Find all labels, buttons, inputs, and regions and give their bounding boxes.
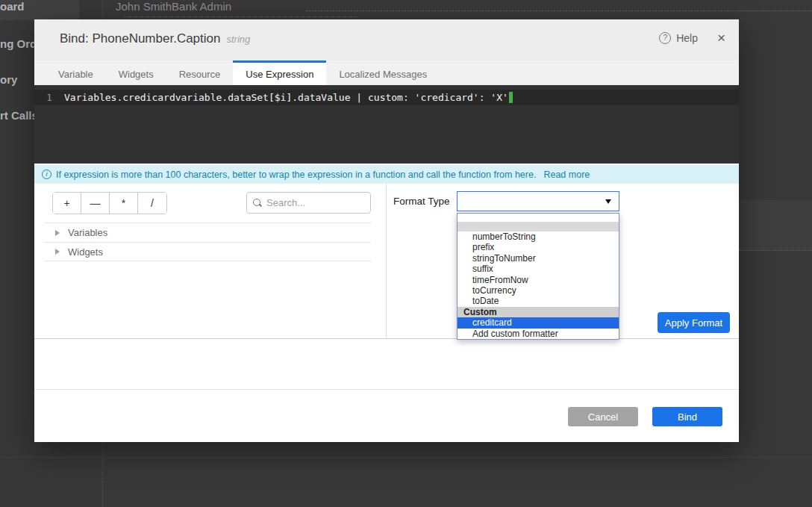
info-banner-text: If expression is more than 100 character… xyxy=(56,169,536,180)
caret-right-icon xyxy=(55,230,60,236)
editor-code-text: Variables.credicardvariable.dataSet[$i].… xyxy=(64,92,508,103)
search-box xyxy=(246,192,371,214)
caret-right-icon xyxy=(55,249,60,255)
format-option-prefix[interactable]: prefix xyxy=(457,242,619,252)
format-option-todate[interactable]: toDate xyxy=(457,296,619,306)
search-input[interactable] xyxy=(266,197,364,208)
tab-use-expression[interactable]: Use Expression xyxy=(233,60,326,85)
help-icon: ? xyxy=(659,32,671,44)
format-option-numbertostring[interactable]: numberToString xyxy=(457,231,619,242)
cancel-button[interactable]: Cancel xyxy=(568,407,638,426)
tab-resource[interactable]: Resource xyxy=(166,60,234,85)
dialog-type-hint: string xyxy=(226,34,250,45)
background-dotted-line xyxy=(306,10,812,11)
dialog-header: Bind: PhoneNumber.Captionstring ? Help × xyxy=(34,19,739,60)
dialog-tabs: Variable Widgets Resource Use Expression… xyxy=(34,60,739,85)
background-panel-band xyxy=(739,200,812,251)
tree-item-variables[interactable]: Variables xyxy=(45,223,371,242)
bind-button[interactable]: Bind xyxy=(652,407,722,426)
help-button[interactable]: ? Help xyxy=(659,32,698,44)
dialog-title-text: Bind: PhoneNumber.Caption xyxy=(60,31,220,46)
bind-dialog: Bind: PhoneNumber.Captionstring ? Help ×… xyxy=(34,19,739,442)
format-type-select[interactable] xyxy=(457,191,619,211)
format-group-custom: Custom xyxy=(457,307,619,317)
background-user-label: John SmithBank Admin xyxy=(116,0,231,13)
dialog-title: Bind: PhoneNumber.Captionstring xyxy=(60,31,250,46)
format-type-dropdown-list: numberToString prefix stringToNumber suf… xyxy=(457,213,619,340)
format-option-creditcard[interactable]: creditcard xyxy=(457,317,619,328)
background-dotted-line xyxy=(125,16,357,17)
format-option-blank-hover[interactable] xyxy=(457,222,619,231)
read-more-link[interactable]: Read more xyxy=(543,169,590,180)
background-divider xyxy=(0,457,812,458)
editor-active-line: 1 Variables.credicardvariable.dataSet[$i… xyxy=(34,90,739,105)
plus-operator-button[interactable]: + xyxy=(53,193,81,214)
format-option-tocurrency[interactable]: toCurrency xyxy=(457,285,619,296)
tab-widgets[interactable]: Widgets xyxy=(106,60,166,85)
editor-cursor xyxy=(509,92,513,103)
expression-editor[interactable]: 1 Variables.credicardvariable.dataSet[$i… xyxy=(34,85,739,164)
sidebar-item-dashboard: oard xyxy=(0,0,25,13)
format-option-suffix[interactable]: suffix xyxy=(457,264,619,274)
panel-divider-horizontal xyxy=(34,338,739,339)
screen: oard ng Order ory rt Calls John SmithBan… xyxy=(0,0,812,507)
multiply-operator-button[interactable]: * xyxy=(110,193,138,214)
sidebar-item-history: ory xyxy=(0,73,17,86)
apply-format-button[interactable]: Apply Format xyxy=(658,312,730,333)
panel-divider-vertical xyxy=(386,184,387,338)
minus-operator-button[interactable]: — xyxy=(81,193,110,214)
format-type-label: Format Type xyxy=(393,196,450,207)
format-option-add-custom-formatter[interactable]: Add custom formatter xyxy=(457,329,619,339)
chevron-down-icon xyxy=(605,199,611,204)
tree-item-label: Variables xyxy=(68,227,107,238)
info-banner: i If expression is more than 100 charact… xyxy=(34,165,739,184)
footer-divider xyxy=(34,389,739,390)
format-option-stringtonumber[interactable]: stringToNumber xyxy=(457,253,619,264)
editor-line-number: 1 xyxy=(34,92,64,103)
info-icon: i xyxy=(42,169,51,179)
tab-localized-messages[interactable]: Localized Messages xyxy=(326,60,440,85)
format-option-blank[interactable] xyxy=(457,214,619,222)
tab-variable[interactable]: Variable xyxy=(46,60,106,85)
close-icon[interactable]: × xyxy=(717,31,725,46)
format-option-timefromnow[interactable]: timeFromNow xyxy=(457,275,619,285)
divide-operator-button[interactable]: / xyxy=(138,193,166,214)
expression-tree: Variables Widgets xyxy=(45,223,371,261)
tree-item-label: Widgets xyxy=(68,246,103,258)
operator-button-group: + — * / xyxy=(52,192,167,214)
help-label: Help xyxy=(676,32,698,44)
tree-item-widgets[interactable]: Widgets xyxy=(45,242,371,261)
search-icon xyxy=(253,199,262,208)
sidebar-item-calls: rt Calls xyxy=(0,109,38,122)
